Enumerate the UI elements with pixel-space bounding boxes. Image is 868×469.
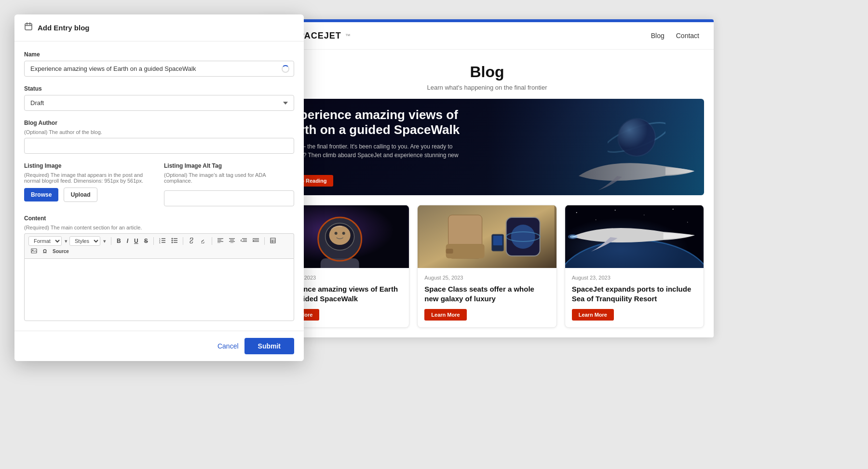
svg-point-34 bbox=[570, 235, 575, 238]
upload-button[interactable]: Upload bbox=[64, 188, 98, 202]
alt-tag-sublabel: (Optional) The image's alt tag used for … bbox=[164, 172, 294, 184]
italic-button[interactable]: I bbox=[124, 237, 131, 245]
alt-tag-input[interactable] bbox=[164, 190, 294, 206]
add-entry-modal: Add Entry blog Name Status Draft Publish… bbox=[14, 14, 304, 361]
blog-cards-row: August 28, 2023 Experience amazing views… bbox=[260, 195, 714, 337]
author-input[interactable] bbox=[24, 138, 294, 154]
listing-image-row: Listing Image (Required) The image that … bbox=[24, 162, 294, 215]
name-label: Name bbox=[24, 51, 294, 58]
card-title-2: SpaceJet expands ports to include Sea of… bbox=[572, 284, 697, 303]
rte-content-area[interactable] bbox=[24, 258, 294, 321]
modal-title: Add Entry blog bbox=[38, 24, 90, 32]
card-date-2: August 23, 2023 bbox=[572, 275, 697, 281]
listing-image-label: Listing Image bbox=[24, 162, 154, 169]
card-body-2: August 23, 2023 SpaceJet expands ports t… bbox=[565, 268, 704, 327]
image-button[interactable] bbox=[28, 247, 40, 256]
hero-text-content: Experience amazing views of Earth on a g… bbox=[270, 99, 704, 195]
styles-arrow: ▾ bbox=[103, 238, 106, 244]
svg-line-48 bbox=[190, 240, 192, 241]
svg-rect-68 bbox=[31, 249, 37, 253]
svg-text:3.: 3. bbox=[159, 241, 161, 243]
card-date-1: August 25, 2023 bbox=[424, 275, 549, 281]
form-group-listing-image: Listing Image (Required) The image that … bbox=[24, 162, 154, 206]
svg-point-30 bbox=[687, 222, 688, 223]
styles-select[interactable]: Styles bbox=[69, 236, 100, 246]
format-arrow: ▾ bbox=[65, 238, 68, 244]
author-sublabel: (Optional) The author of the blog. bbox=[24, 129, 294, 135]
align-left-button[interactable] bbox=[215, 237, 226, 245]
toolbar-divider-5 bbox=[264, 237, 265, 245]
blog-card-2: August 23, 2023 SpaceJet expands ports t… bbox=[565, 205, 704, 328]
table-button[interactable] bbox=[268, 236, 278, 246]
submit-button[interactable]: Submit bbox=[244, 338, 294, 354]
svg-point-27 bbox=[614, 210, 615, 211]
bold-button[interactable]: B bbox=[114, 237, 123, 245]
svg-rect-22 bbox=[493, 236, 502, 245]
loading-spinner bbox=[282, 65, 289, 73]
card-cta-1[interactable]: Learn More bbox=[424, 309, 466, 321]
strikethrough-button[interactable]: S bbox=[142, 237, 150, 245]
modal-body[interactable]: Name Status Draft Published Archived Blo… bbox=[14, 41, 304, 331]
svg-rect-12 bbox=[321, 258, 359, 268]
status-select[interactable]: Draft Published Archived bbox=[24, 95, 294, 111]
special-char-button[interactable]: Ω bbox=[41, 248, 49, 255]
toolbar-divider-2 bbox=[153, 237, 154, 245]
source-button[interactable]: Source bbox=[50, 248, 71, 255]
content-sublabel: (Required) The main content section for … bbox=[24, 225, 294, 230]
indent-increase-button[interactable] bbox=[250, 237, 261, 245]
modal-header-icon bbox=[24, 22, 33, 33]
unlink-button[interactable] bbox=[198, 236, 209, 246]
svg-rect-35 bbox=[25, 24, 32, 30]
blog-subtitle: Learn what's happening on the final fron… bbox=[270, 84, 704, 91]
svg-point-29 bbox=[672, 209, 673, 210]
modal-header: Add Entry blog bbox=[14, 14, 304, 41]
card-title-1: Space Class seats offer a whole new gala… bbox=[424, 284, 549, 303]
card-body-1: August 25, 2023 Space Class seats offer … bbox=[418, 268, 556, 327]
toolbar-divider-4 bbox=[212, 237, 212, 245]
alt-tag-label: Listing Image Alt Tag bbox=[164, 162, 294, 169]
form-group-content: Content (Required) The main content sect… bbox=[24, 215, 294, 321]
card-image-seats bbox=[418, 205, 556, 268]
browse-button[interactable]: Browse bbox=[24, 188, 58, 201]
form-group-alt-tag: Listing Image Alt Tag (Optional) The ima… bbox=[164, 162, 294, 206]
nav-blog[interactable]: Blog bbox=[651, 32, 665, 40]
listing-image-sublabel: (Required) The image that appears in the… bbox=[24, 172, 154, 184]
svg-point-46 bbox=[171, 240, 173, 241]
blog-navbar: SPACEJET ™ Blog Contact bbox=[260, 22, 714, 50]
svg-point-47 bbox=[171, 242, 173, 243]
status-label: Status bbox=[24, 85, 294, 92]
format-select[interactable]: Format bbox=[28, 236, 62, 246]
svg-rect-64 bbox=[271, 238, 275, 243]
blog-title: Blog bbox=[270, 63, 704, 81]
unordered-list-button[interactable] bbox=[169, 236, 180, 246]
svg-point-26 bbox=[596, 219, 597, 220]
nav-links: Blog Contact bbox=[651, 32, 699, 40]
name-input[interactable] bbox=[24, 61, 294, 77]
svg-line-49 bbox=[202, 240, 203, 241]
nav-contact[interactable]: Contact bbox=[676, 32, 699, 40]
form-group-status: Status Draft Published Archived bbox=[24, 85, 294, 111]
form-group-name: Name bbox=[24, 51, 294, 77]
blog-card-1: August 25, 2023 Space Class seats offer … bbox=[417, 205, 556, 328]
blog-preview: SPACEJET ™ Blog Contact Blog Learn what'… bbox=[260, 19, 714, 337]
card-cta-2[interactable]: Learn More bbox=[572, 309, 614, 321]
svg-point-19 bbox=[511, 225, 535, 249]
card-image-spacejet bbox=[565, 205, 704, 268]
ordered-list-button[interactable]: 1.2.3. bbox=[157, 236, 168, 246]
align-center-button[interactable] bbox=[227, 237, 237, 245]
indent-decrease-button[interactable] bbox=[238, 237, 249, 245]
modal-footer: Cancel Submit bbox=[14, 331, 304, 361]
form-group-author: Blog Author (Optional) The author of the… bbox=[24, 120, 294, 154]
toolbar-divider-3 bbox=[183, 237, 183, 245]
listing-image-buttons: Browse Upload bbox=[24, 188, 154, 202]
author-label: Blog Author bbox=[24, 120, 294, 126]
svg-point-45 bbox=[171, 238, 173, 240]
modal-overlay: Add Entry blog Name Status Draft Publish… bbox=[0, 0, 318, 469]
hero-banner: Experience amazing views of Earth on a g… bbox=[270, 99, 704, 195]
svg-point-25 bbox=[576, 212, 577, 213]
content-label: Content bbox=[24, 215, 294, 222]
cancel-button[interactable]: Cancel bbox=[217, 342, 239, 350]
link-button[interactable] bbox=[186, 236, 197, 246]
toolbar-divider-1 bbox=[111, 237, 111, 245]
underline-button[interactable]: U bbox=[132, 237, 141, 245]
